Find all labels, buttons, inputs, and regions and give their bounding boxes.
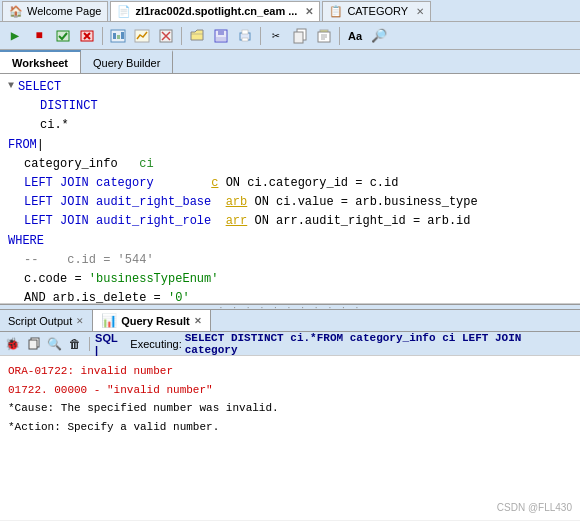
svg-rect-13 <box>242 38 248 41</box>
clear-result-button[interactable]: 🗑 <box>66 335 84 353</box>
separator-1 <box>102 27 103 45</box>
alias-c: c <box>211 174 218 193</box>
separator-bottom <box>89 337 90 351</box>
open-icon <box>189 28 205 44</box>
svg-rect-5 <box>121 32 124 39</box>
kw-leftjoin-2: LEFT JOIN audit_right_base <box>24 193 211 212</box>
editor-line-9: WHERE <box>8 232 572 251</box>
bottom-panel: Script Output ✕ 📊 Query Result ✕ 🐞 🔍 🗑 S… <box>0 310 580 520</box>
svg-rect-3 <box>113 33 116 39</box>
copy-button[interactable] <box>289 25 311 47</box>
sql-editor[interactable]: ▼ SELECT DISTINCT ci.* FROM| category_in… <box>0 74 580 304</box>
explain-icon <box>110 28 126 44</box>
svg-rect-0 <box>57 31 69 41</box>
tab-script-output[interactable]: Script Output ✕ <box>0 310 93 331</box>
watermark: CSDN @FLL430 <box>497 499 572 516</box>
executing-sql-text: SELECT DISTINCT ci.*FROM category_info c… <box>185 332 576 356</box>
expand-icon-1[interactable]: ▼ <box>8 78 14 94</box>
clear-button[interactable] <box>155 25 177 47</box>
alias-arr: arr <box>226 212 248 231</box>
commit-button[interactable] <box>52 25 74 47</box>
copy-icon <box>292 28 308 44</box>
where-ccode: c.code = <box>24 270 89 289</box>
tab-category-close[interactable]: ✕ <box>416 6 424 17</box>
bottom-toolbar: 🐞 🔍 🗑 SQL | Executing: SELECT DISTINCT c… <box>0 332 580 356</box>
kw-where: WHERE <box>8 232 44 251</box>
print-button[interactable] <box>234 25 256 47</box>
copy-result-button[interactable] <box>25 335 43 353</box>
tab-query-close[interactable]: ✕ <box>305 6 313 17</box>
output-line-1: ORA-01722: invalid number <box>8 362 572 381</box>
subtab-querybuilder-label: Query Builder <box>93 57 160 69</box>
rollback-icon <box>79 28 95 44</box>
open-button[interactable] <box>186 25 208 47</box>
kw-distinct: DISTINCT <box>40 97 98 116</box>
tab-welcome-label: Welcome Page <box>27 5 101 17</box>
script-output-close[interactable]: ✕ <box>76 316 84 326</box>
query-result-close[interactable]: ✕ <box>194 316 202 326</box>
autotrace-icon <box>134 28 150 44</box>
welcome-icon: 🏠 <box>9 5 23 18</box>
separator-3 <box>260 27 261 45</box>
editor-line-4: FROM| <box>8 136 572 155</box>
output-line-2: 01722. 00000 - "invalid number" <box>8 381 572 400</box>
subtab-worksheet[interactable]: Worksheet <box>0 50 81 73</box>
title-bar: 🏠 Welcome Page 📄 zl1rac002d.spotlight.cn… <box>0 0 580 22</box>
kw-leftjoin-3: LEFT JOIN audit_right_role <box>24 212 211 231</box>
find2-button[interactable]: 🔎 <box>368 25 390 47</box>
debug-button[interactable]: 🐞 <box>4 335 22 353</box>
tab-query-result[interactable]: 📊 Query Result ✕ <box>93 310 210 331</box>
svg-rect-22 <box>29 340 37 349</box>
save-button[interactable] <box>210 25 232 47</box>
autotrace-button[interactable] <box>131 25 153 47</box>
explain-button[interactable] <box>107 25 129 47</box>
save-icon <box>213 28 229 44</box>
rollback-button[interactable] <box>76 25 98 47</box>
executing-label: Executing: <box>130 338 181 350</box>
cut-button[interactable]: ✂ <box>265 25 287 47</box>
search-result-button[interactable]: 🔍 <box>46 335 64 353</box>
stop-button[interactable]: ■ <box>28 25 50 47</box>
svg-rect-9 <box>218 30 224 35</box>
separator-2 <box>181 27 182 45</box>
val-zero: '0' <box>168 289 190 304</box>
run-button[interactable]: ▶ <box>4 25 26 47</box>
val-businesstype: 'businessTypeEnum' <box>89 270 219 289</box>
editor-line-5: category_info ci <box>8 155 572 174</box>
query-icon: 📄 <box>117 5 131 18</box>
output-line-3: *Cause: The specified number was invalid… <box>8 399 572 418</box>
editor-line-6: LEFT JOIN category c ON ci.category_id =… <box>8 174 572 193</box>
sql-label: SQL | <box>95 332 123 356</box>
script-output-label: Script Output <box>8 315 72 327</box>
separator-4 <box>339 27 340 45</box>
kw-leftjoin-1: LEFT JOIN category <box>24 174 154 193</box>
tab-query[interactable]: 📄 zl1rac002d.spotlight.cn_eam ... ✕ <box>110 1 320 21</box>
commit-icon <box>55 28 71 44</box>
query-result-icon: 📊 <box>101 313 117 328</box>
editor-line-7: LEFT JOIN audit_right_base arb ON ci.val… <box>8 193 572 212</box>
subtab-worksheet-label: Worksheet <box>12 57 68 69</box>
kw-from: FROM <box>8 136 37 155</box>
svg-rect-10 <box>216 37 226 41</box>
tab-query-label: zl1rac002d.spotlight.cn_eam ... <box>135 5 297 17</box>
main-toolbar: ▶ ■ <box>0 22 580 50</box>
svg-rect-15 <box>294 32 303 43</box>
kw-select: SELECT <box>18 78 61 97</box>
find-button[interactable]: Aa <box>344 25 366 47</box>
paste-button[interactable] <box>313 25 335 47</box>
svg-rect-12 <box>242 30 248 34</box>
select-columns: ci.* <box>40 116 69 135</box>
print-icon <box>237 28 253 44</box>
editor-line-10: -- c.id = '544' <box>8 251 572 270</box>
clear-icon <box>158 28 174 44</box>
category-icon: 📋 <box>329 5 343 18</box>
editor-line-12: AND arb.is_delete = '0' <box>8 289 572 304</box>
output-area: ORA-01722: invalid number 01722. 00000 -… <box>0 356 580 520</box>
tab-category[interactable]: 📋 CATEGORY ✕ <box>322 1 431 21</box>
tab-welcome[interactable]: 🏠 Welcome Page <box>2 1 108 21</box>
paste-icon <box>316 28 332 44</box>
output-line-4: *Action: Specify a valid number. <box>8 418 572 437</box>
where-isdelete: AND arb.is_delete = <box>24 289 168 304</box>
editor-line-8: LEFT JOIN audit_right_role arr ON arr.au… <box>8 212 572 231</box>
subtab-querybuilder[interactable]: Query Builder <box>81 50 173 73</box>
